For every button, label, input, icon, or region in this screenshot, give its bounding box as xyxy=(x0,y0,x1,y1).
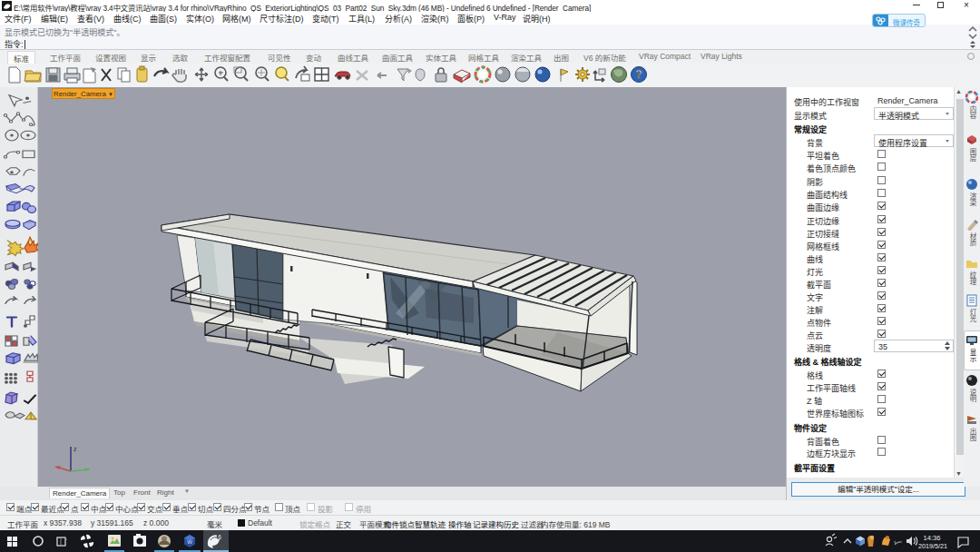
svg-text:W: W xyxy=(187,539,192,545)
svg-text:?: ? xyxy=(635,68,642,81)
svg-text:z: z xyxy=(74,446,77,452)
svg-text:2019/5/21: 2019/5/21 xyxy=(918,542,947,550)
svg-text:14:36: 14:36 xyxy=(924,534,941,542)
svg-text:6: 6 xyxy=(218,534,221,540)
